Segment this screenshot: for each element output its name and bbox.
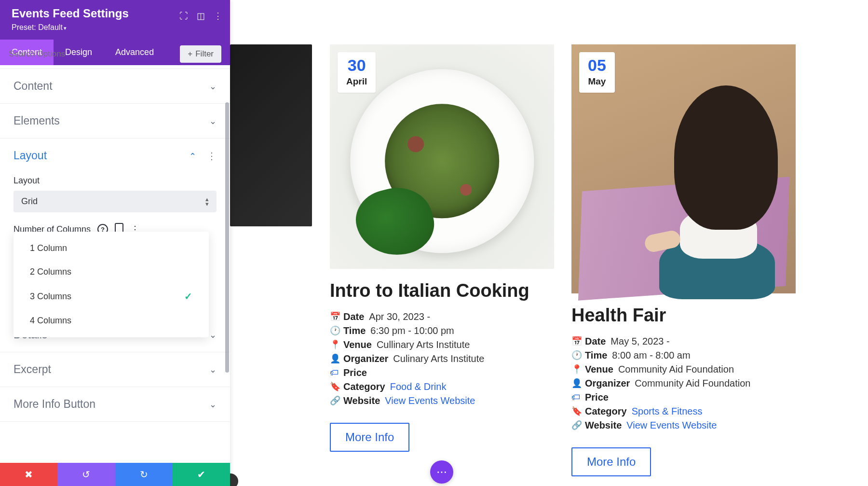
columns-dropdown: 1 Column 2 Columns 3 Columns✓ 4 Columns bbox=[14, 232, 209, 337]
link-icon: 🔗 bbox=[330, 395, 339, 406]
category-link[interactable]: Food & Drink bbox=[390, 381, 447, 392]
column-option-2[interactable]: 2 Columns bbox=[14, 260, 209, 284]
preset-label: Preset: Default bbox=[12, 23, 63, 31]
event-meta: 📅Date May 5, 2023 - 🕐Time 8:00 am - 8:00… bbox=[571, 336, 796, 431]
tag-icon: 🏷 bbox=[571, 392, 580, 403]
layout-select[interactable]: Grid ▴▾ bbox=[14, 191, 217, 212]
section-more-info-button[interactable]: More Info Button ⌄ bbox=[0, 387, 230, 422]
calendar-icon: 📅 bbox=[571, 336, 580, 347]
event-card: 30 April Intro to Italian Cooking 📅Date … bbox=[330, 44, 554, 452]
date-day: 30 bbox=[346, 57, 367, 73]
panel-footer: ✖ ↺ ↻ ✔ bbox=[0, 463, 230, 486]
chevron-down-icon: ▾ bbox=[64, 25, 67, 31]
section-label: More Info Button bbox=[14, 398, 95, 411]
section-label: Elements bbox=[14, 114, 60, 127]
chevron-down-icon: ⌄ bbox=[209, 399, 217, 410]
website-link[interactable]: View Events Website bbox=[626, 420, 717, 431]
person-icon: 👤 bbox=[571, 378, 580, 389]
more-info-button[interactable]: More Info bbox=[330, 423, 409, 452]
event-meta: 📅Date Apr 30, 2023 - 🕐Time 6:30 pm - 10:… bbox=[330, 311, 554, 406]
kebab-menu-icon[interactable]: ⋮ bbox=[207, 151, 217, 161]
section-label: Layout bbox=[14, 149, 47, 162]
date-month: May bbox=[588, 76, 606, 87]
event-card: 05 May Health Fair 📅Date May 5, 2023 - 🕐… bbox=[571, 44, 796, 476]
redo-button[interactable]: ↻ bbox=[115, 463, 173, 486]
filter-label: Filter bbox=[195, 49, 214, 59]
pin-icon: 📍 bbox=[571, 364, 580, 375]
dock-icon[interactable]: ◫ bbox=[197, 11, 205, 21]
date-day: 05 bbox=[588, 57, 606, 73]
preview-canvas: 30 April Intro to Italian Cooking 📅Date … bbox=[230, 0, 868, 486]
tag-icon: 🏷 bbox=[330, 368, 339, 378]
select-arrows-icon: ▴▾ bbox=[205, 197, 209, 206]
link-icon: 🔗 bbox=[571, 420, 580, 430]
section-label: Excerpt bbox=[14, 363, 51, 376]
cancel-button[interactable]: ✖ bbox=[0, 463, 57, 486]
check-icon: ✓ bbox=[184, 291, 192, 302]
section-label: Content bbox=[14, 80, 53, 93]
column-option-3[interactable]: 3 Columns✓ bbox=[14, 284, 209, 309]
bookmark-icon: 🔖 bbox=[571, 406, 580, 417]
scrollbar[interactable] bbox=[225, 102, 229, 373]
plus-icon: + bbox=[188, 49, 192, 59]
date-badge: 30 April bbox=[338, 52, 376, 93]
column-option-4[interactable]: 4 Columns bbox=[14, 309, 209, 333]
person-icon: 👤 bbox=[330, 353, 339, 364]
column-option-1[interactable]: 1 Column bbox=[14, 236, 209, 260]
event-image: 05 May bbox=[571, 44, 796, 293]
settings-panel: Events Feed Settings Preset: Default▾ ⛶ … bbox=[0, 0, 230, 486]
event-card-image-partial bbox=[230, 44, 312, 226]
section-elements[interactable]: Elements ⌄ bbox=[0, 104, 230, 139]
bookmark-icon: 🔖 bbox=[330, 381, 339, 392]
filter-button[interactable]: + Filter bbox=[180, 45, 221, 63]
pin-icon: 📍 bbox=[330, 339, 339, 350]
expand-icon[interactable]: ⛶ bbox=[179, 11, 188, 21]
undo-button[interactable]: ↺ bbox=[57, 463, 115, 486]
chevron-up-icon: ⌃ bbox=[189, 152, 196, 161]
chevron-down-icon: ⌄ bbox=[209, 364, 217, 375]
search-bar: + Filter bbox=[0, 40, 230, 69]
date-badge: 05 May bbox=[579, 52, 615, 93]
section-excerpt[interactable]: Excerpt ⌄ bbox=[0, 352, 230, 387]
date-month: April bbox=[346, 76, 367, 87]
layout-field-label: Layout bbox=[14, 176, 217, 186]
more-info-button[interactable]: More Info bbox=[571, 447, 651, 476]
category-link[interactable]: Sports & Fitness bbox=[632, 406, 703, 417]
layout-select-value: Grid bbox=[21, 196, 38, 207]
chevron-down-icon: ⌄ bbox=[209, 116, 217, 126]
calendar-icon: 📅 bbox=[330, 311, 339, 322]
event-image: 30 April bbox=[330, 44, 554, 269]
save-button[interactable]: ✔ bbox=[173, 463, 230, 486]
clock-icon: 🕐 bbox=[330, 325, 339, 336]
section-content[interactable]: Content ⌄ bbox=[0, 69, 230, 104]
preset-selector[interactable]: Preset: Default▾ bbox=[12, 23, 218, 32]
clock-icon: 🕐 bbox=[571, 350, 580, 361]
event-title: Intro to Italian Cooking bbox=[330, 280, 554, 302]
section-layout[interactable]: Layout ⌃ ⋮ bbox=[0, 139, 230, 173]
search-input[interactable] bbox=[9, 49, 180, 59]
chevron-down-icon: ⌄ bbox=[209, 330, 217, 340]
edit-fab[interactable]: ⋯ bbox=[430, 460, 453, 484]
website-link[interactable]: View Events Website bbox=[385, 395, 475, 406]
chevron-down-icon: ⌄ bbox=[209, 81, 217, 92]
panel-body: + Filter Content ⌄ Elements ⌄ Layout ⌃ ⋮… bbox=[0, 40, 230, 457]
event-title: Health Fair bbox=[571, 305, 796, 326]
kebab-menu-icon[interactable]: ⋮ bbox=[214, 11, 222, 21]
panel-header: Events Feed Settings Preset: Default▾ ⛶ … bbox=[0, 0, 230, 40]
